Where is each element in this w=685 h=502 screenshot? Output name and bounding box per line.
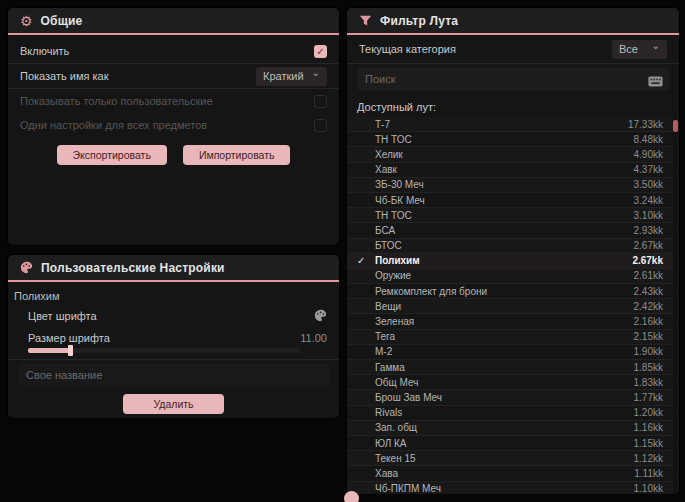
loot-list: Т-7 17.33kk ТН ТОС 8.48kk Хелик 4.90kk Х…	[347, 117, 679, 494]
keyboard-icon[interactable]	[648, 73, 663, 91]
loot-row[interactable]: М-2 1.90kk	[347, 345, 679, 360]
loot-name: БСА	[375, 225, 634, 236]
loot-row[interactable]: Чб-ПКПМ Меч 1.10kk	[347, 482, 679, 495]
loot-name: ТН ТОС	[375, 134, 634, 145]
filter-panel-header: Фильтр Лута	[347, 8, 679, 33]
same-settings-checkbox[interactable]	[314, 119, 327, 132]
loot-list-label: Доступный лут:	[347, 94, 679, 117]
loot-value: 17.33kk	[628, 119, 663, 130]
loot-value: 3.10kk	[634, 210, 663, 221]
enable-label: Включить	[20, 45, 69, 57]
general-panel-header: ⚙ Общие	[8, 8, 339, 33]
loot-row[interactable]: Общ Меч 1.83kk	[347, 375, 679, 390]
funnel-icon	[359, 14, 372, 27]
scrollbar[interactable]	[673, 118, 678, 494]
only-custom-label: Показывать только пользовательские	[20, 95, 213, 107]
loot-name: БТОС	[375, 240, 634, 251]
loot-value: 4.37kk	[634, 164, 663, 175]
loot-name: Чб-БК Меч	[375, 195, 634, 206]
resize-grip-icon[interactable]	[344, 491, 359, 502]
loot-value: 2.61kk	[634, 270, 663, 281]
loot-name: Вещи	[375, 301, 634, 312]
import-button[interactable]: Импортировать	[183, 145, 291, 165]
loot-row[interactable]: Зап. общ 1.16kk	[347, 421, 679, 436]
loot-value: 1.85kk	[634, 362, 663, 373]
loot-row[interactable]: ЗБ-30 Меч 3.50kk	[347, 178, 679, 193]
loot-name: Чб-ПКПМ Меч	[375, 483, 634, 494]
loot-name: Текен 15	[375, 453, 634, 464]
loot-name: Хава	[375, 468, 634, 479]
loot-name: Гамма	[375, 362, 634, 373]
palette-icon	[20, 261, 33, 274]
loot-row[interactable]: ЮЛ КА 1.15kk	[347, 436, 679, 451]
loot-name: Зеленая	[375, 316, 634, 327]
gear-icon: ⚙	[20, 14, 33, 28]
loot-value: 1.12kk	[634, 453, 663, 464]
search-input[interactable]	[357, 68, 669, 90]
selected-item-name: Полихим	[8, 282, 339, 304]
category-dropdown[interactable]: Все	[612, 40, 667, 59]
slider-handle[interactable]	[68, 345, 73, 356]
loot-value: 1.15kk	[634, 438, 663, 449]
delete-button[interactable]: Удалить	[123, 394, 223, 414]
only-custom-checkbox[interactable]	[314, 95, 327, 108]
loot-value: 2.16kk	[634, 316, 663, 327]
loot-row[interactable]: ✓ Полихим 2.67kk	[347, 254, 679, 269]
scrollbar-thumb[interactable]	[673, 120, 678, 132]
loot-row[interactable]: Брош Зав Меч 1.77kk	[347, 390, 679, 405]
loot-name: Хавк	[375, 164, 634, 175]
loot-row[interactable]: Ремкомплект для брони 2.43kk	[347, 284, 679, 299]
search-box	[357, 68, 669, 90]
slider-fill	[28, 348, 70, 353]
loot-row[interactable]: БТОС 2.67kk	[347, 239, 679, 254]
font-size-value: 11.00	[300, 332, 327, 344]
display-name-value: Краткий	[263, 70, 304, 82]
loot-row[interactable]: Хелик 4.90kk	[347, 147, 679, 162]
loot-row[interactable]: Т-7 17.33kk	[347, 117, 679, 132]
loot-row[interactable]: Rivals 1.20kk	[347, 406, 679, 421]
font-color-row: Цвет шрифта	[8, 304, 339, 328]
loot-row[interactable]: Чб-БК Меч 3.24kk	[347, 193, 679, 208]
loot-row[interactable]: Зеленая 2.16kk	[347, 314, 679, 329]
loot-name: Оружие	[375, 270, 634, 281]
custom-panel-title: Пользовательские Настройки	[41, 261, 225, 275]
check-icon: ✓	[357, 255, 375, 266]
loot-row[interactable]: Тега 2.15kk	[347, 330, 679, 345]
loot-row[interactable]: ТН ТОС 8.48kk	[347, 132, 679, 147]
loot-value: 8.48kk	[634, 134, 663, 145]
loot-value: 2.93kk	[634, 225, 663, 236]
loot-name: ТН ТОС	[375, 210, 634, 221]
font-size-row: Размер шрифта 11.00	[8, 328, 339, 348]
font-size-label: Размер шрифта	[28, 332, 110, 344]
loot-value: 3.50kk	[634, 179, 663, 190]
enable-checkbox[interactable]	[314, 45, 327, 58]
slider-track[interactable]	[28, 348, 300, 353]
loot-value: 1.11kk	[634, 468, 663, 479]
color-palette-icon[interactable]	[314, 309, 327, 324]
loot-row[interactable]: ТН ТОС 3.10kk	[347, 208, 679, 223]
display-name-dropdown[interactable]: Краткий	[256, 67, 327, 86]
loot-row[interactable]: Хава 1.11kk	[347, 466, 679, 481]
loot-row[interactable]: Хавк 4.37kk	[347, 163, 679, 178]
custom-name-input[interactable]	[18, 364, 329, 386]
loot-value: 1.77kk	[634, 392, 663, 403]
loot-row[interactable]: Текен 15 1.12kk	[347, 451, 679, 466]
only-custom-row: Показывать только пользовательские	[8, 89, 339, 113]
loot-row[interactable]: Гамма 1.85kk	[347, 360, 679, 375]
loot-name: Полихим	[375, 255, 632, 266]
filter-panel-title: Фильтр Лута	[380, 14, 458, 28]
font-size-slider[interactable]	[8, 348, 339, 359]
loot-value: 2.43kk	[634, 286, 663, 297]
loot-row[interactable]: Оружие 2.61kk	[347, 269, 679, 284]
export-button[interactable]: Экспортировать	[57, 145, 167, 165]
loot-name: Rivals	[375, 407, 634, 418]
custom-panel-header: Пользовательские Настройки	[8, 255, 339, 280]
loot-name: Хелик	[375, 149, 634, 160]
enable-row: Включить	[8, 39, 339, 63]
loot-name: Ремкомплект для брони	[375, 286, 634, 297]
loot-row[interactable]: БСА 2.93kk	[347, 223, 679, 238]
custom-name-row	[8, 360, 339, 390]
loot-value: 3.24kk	[634, 195, 663, 206]
category-label: Текущая категория	[359, 43, 456, 55]
loot-row[interactable]: Вещи 2.42kk	[347, 299, 679, 314]
